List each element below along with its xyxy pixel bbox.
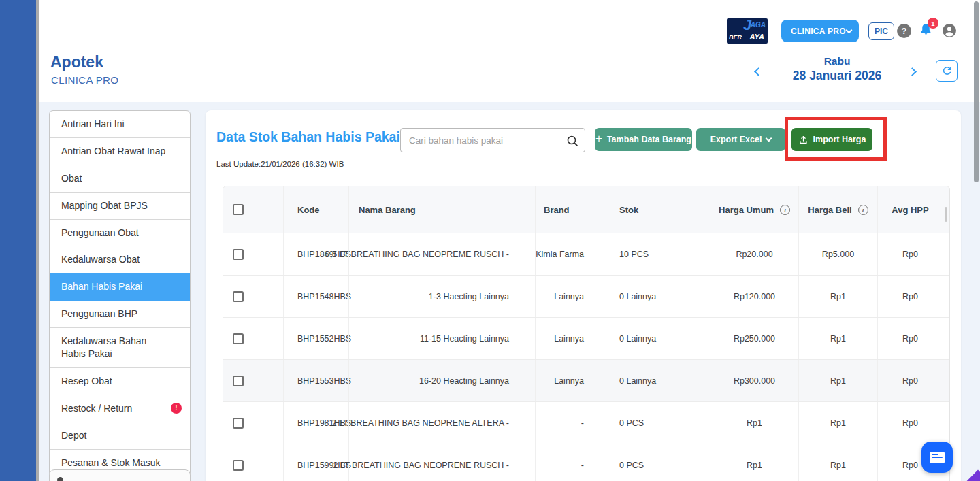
sidebar-item-label: Antrian Obat Rawat Inap [61, 146, 165, 156]
cell-nama: 2 LT BREATHING BAG NEOPRENE RUSCH - [348, 444, 535, 481]
row-checkbox[interactable] [233, 333, 244, 344]
help-icon[interactable]: ? [897, 24, 911, 38]
row-checkbox[interactable] [233, 291, 244, 302]
sidebar-item[interactable]: Mapping Obat BPJS [50, 193, 190, 220]
search-input[interactable] [401, 129, 559, 152]
cell-kode: BHP1553HBS [283, 360, 348, 401]
upload-icon [798, 135, 808, 145]
select-all-checkbox[interactable] [233, 204, 244, 215]
cell-harga-beli: Rp1 [798, 444, 877, 481]
plus-icon: + [595, 132, 602, 146]
row-checkbox[interactable] [233, 376, 244, 386]
cell-avg-hpp: Rp0 [877, 233, 943, 275]
sidebar-item[interactable]: Penggunaan BHP [50, 301, 190, 328]
cell-avg-hpp: Rp0 [877, 276, 943, 317]
sidebar-item[interactable]: Kedaluwarsa Bahan Habis Pakai [50, 328, 190, 368]
col-stok: Stok [610, 186, 710, 233]
import-harga-button[interactable]: Import Harga [791, 128, 872, 151]
date-full: 28 Januari 2026 [783, 69, 892, 83]
pic-badge[interactable]: PIC [868, 22, 894, 40]
row-checkbox[interactable] [233, 249, 244, 260]
avatar-icon[interactable] [942, 23, 957, 38]
cell-harga-umum: Rp300.000 [710, 360, 798, 401]
sidebar-item-label: Depot [61, 430, 86, 441]
sidebar-item-label: Kedaluwarsa Bahan Habis Pakai [61, 335, 146, 359]
sidebar-item[interactable]: Penggunaan Obat [50, 220, 190, 247]
logo-text-aya: AYA [749, 33, 764, 41]
cell-stok: 10 PCS [610, 233, 710, 275]
sidebar-item-label: Restock / Return [61, 403, 132, 414]
sidebar-item[interactable]: Resep Obat [50, 368, 190, 395]
row-checkbox[interactable] [233, 418, 244, 429]
rail-scrollbar[interactable] [36, 0, 39, 481]
info-icon[interactable]: i [780, 205, 790, 215]
info-icon[interactable]: i [858, 205, 868, 215]
secondary-menu-partial [49, 469, 191, 481]
sidebar-item-label: Bahan Habis Pakai [61, 281, 142, 292]
search-icon[interactable] [566, 135, 578, 150]
clinic-selector-label: CLINICA PRO [791, 27, 846, 36]
cell-nama: 2 LT BREATHING BAG NEOPRENE ALTERA - [348, 402, 535, 444]
cell-harga-beli: Rp5.000 [798, 233, 877, 275]
refresh-button[interactable] [936, 60, 958, 82]
sidebar-item-label: Kedaluwarsa Obat [61, 254, 140, 265]
logo-text-aga: AGA [751, 21, 766, 29]
header-band [39, 0, 980, 102]
cell-harga-beli: Rp1 [798, 276, 877, 317]
cell-brand: Lainnya [535, 276, 610, 317]
table-row: BHP1599HBS 2 LT BREATHING BAG NEOPRENE R… [223, 444, 949, 481]
sidebar-item[interactable]: Kedaluwarsa Obat [50, 246, 190, 273]
chevron-left-icon [754, 67, 763, 76]
sidebar-item-label: Mapping Obat BPJS [61, 200, 148, 211]
cell-stok: 0 Lainnya [610, 318, 710, 359]
page-scrollbar[interactable] [974, 1, 979, 182]
col-harga-beli: Harga Belii [798, 186, 877, 233]
add-item-button[interactable]: + Tambah Data Barang [595, 128, 692, 151]
cell-brand: Kimia Farma [535, 233, 610, 275]
menu-icon [57, 477, 63, 481]
cell-nama: 1-3 Haecting Lainnya [348, 276, 535, 317]
sidebar-item[interactable]: Restock / Return ! [50, 395, 190, 422]
cell-stok: 0 PCS [610, 402, 710, 444]
row-checkbox[interactable] [233, 460, 244, 471]
sidebar-item-label: Obat [61, 173, 82, 184]
cell-stok: 0 PCS [610, 444, 710, 481]
cell-stok: 0 Lainnya [610, 360, 710, 401]
sidebar-item[interactable]: Antrian Hari Ini [50, 111, 190, 138]
export-excel-button[interactable]: Export Excel [696, 128, 785, 151]
chat-widget-button[interactable] [921, 442, 953, 473]
sidebar-item[interactable]: Antrian Obat Rawat Inap [50, 138, 190, 165]
col-brand: Brand [535, 186, 610, 233]
sidebar-item[interactable]: Depot [50, 422, 190, 450]
table-row: BHP1548HBS 1-3 Haecting Lainnya Lainnya … [223, 275, 949, 317]
sidebar-item[interactable]: Obat [50, 165, 190, 193]
sidebar-item-label: Resep Obat [61, 376, 112, 386]
sidebar-item-label: Pesanan & Stok Masuk [61, 457, 161, 468]
cell-avg-hpp: Rp0 [877, 360, 943, 401]
chevron-right-icon [908, 67, 917, 76]
apotek-menu: Antrian Hari Ini Antrian Obat Rawat Inap… [49, 110, 191, 476]
col-kode: Kode [283, 186, 348, 233]
chevron-down-icon [846, 27, 853, 33]
date-day: Rabu [783, 55, 892, 67]
date-prev-button[interactable] [755, 65, 762, 78]
table-header-row: Kode Nama Barang Brand Stok Harga Umumi … [223, 186, 949, 233]
cell-harga-umum: Rp1 [710, 444, 798, 481]
cell-avg-hpp: Rp0 [877, 402, 943, 444]
page-subtitle: CLINICA PRO [51, 74, 118, 86]
table-scrollbar[interactable] [945, 207, 947, 222]
cell-brand: Lainnya [535, 360, 610, 401]
cell-nama: 0,5 LT BREATHING BAG NEOPREME RUSCH - [348, 233, 535, 275]
clinic-selector-button[interactable]: CLINICA PRO [781, 20, 859, 42]
chat-icon [930, 452, 945, 463]
page-title: Apotek [50, 53, 103, 71]
left-icon-rail [0, 0, 36, 481]
sidebar-item[interactable]: Bahan Habis Pakai [50, 273, 190, 301]
date-next-button[interactable] [909, 65, 915, 78]
alert-badge: ! [171, 403, 182, 414]
table-row: BHP1981HBS 2 LT BREATHING BAG NEOPRENE A… [223, 401, 949, 444]
table-row: BHP1553HBS 16-20 Heacting Lainnya Lainny… [223, 359, 949, 401]
date-display: Rabu 28 Januari 2026 [783, 55, 892, 83]
section-title: Data Stok Bahan Habis Pakai [216, 129, 400, 145]
sidebar-item-label: Antrian Hari Ini [61, 118, 125, 129]
